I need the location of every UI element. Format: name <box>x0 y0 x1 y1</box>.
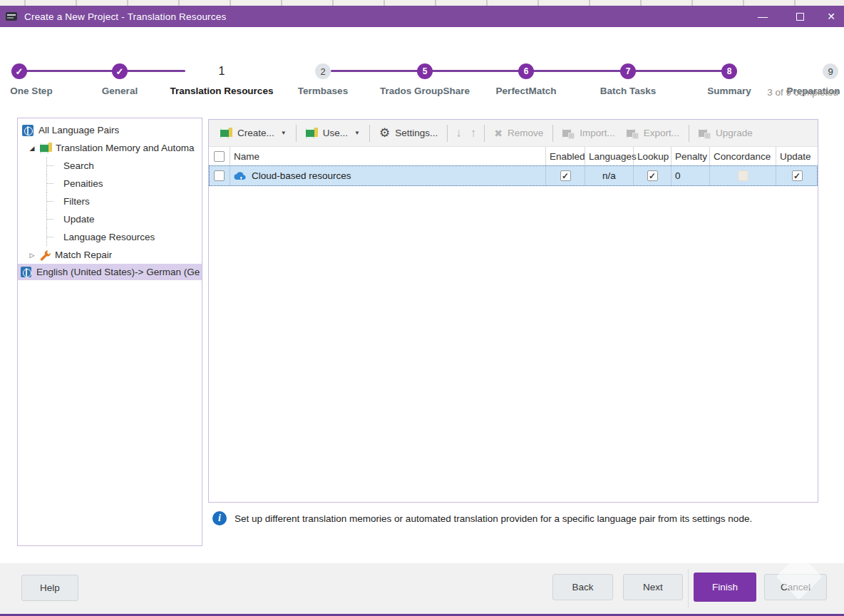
step-label-trados-groupshare[interactable]: Trados GroupShare <box>380 86 470 96</box>
maximize-button[interactable] <box>781 6 818 27</box>
app-icon <box>6 12 17 21</box>
wrench-icon <box>40 250 51 261</box>
window-controls: — ✕ <box>744 6 844 27</box>
tree-guide <box>46 175 59 192</box>
use-button[interactable]: Use... ▼ <box>300 124 366 143</box>
tree-item-update[interactable]: Update <box>18 210 202 228</box>
enabled-checkbox-checked[interactable]: ✓ <box>560 170 571 181</box>
tree-guide <box>46 210 59 228</box>
expander-expanded-icon[interactable]: ◢ <box>28 145 36 152</box>
remove-button[interactable]: ✖ Remove <box>488 124 549 143</box>
step-connector <box>120 70 185 72</box>
column-header-enabled[interactable]: Enabled <box>546 147 585 165</box>
row-enabled-cell: ✓ <box>546 165 585 186</box>
move-up-button[interactable]: ↑ <box>466 126 481 140</box>
next-button[interactable]: Next <box>623 574 683 600</box>
export-icon <box>627 128 639 139</box>
settings-tree[interactable]: All Language Pairs ◢ Translation Memory … <box>17 118 202 546</box>
toolbar-separator <box>296 125 297 142</box>
step-1-indicator[interactable]: ✓ <box>11 63 27 79</box>
step-label-termbases[interactable]: Termbases <box>298 86 348 96</box>
row-checkbox[interactable] <box>214 170 225 181</box>
minimize-button[interactable]: — <box>744 6 781 27</box>
column-header-update[interactable]: Update <box>776 147 818 165</box>
step-label-general[interactable]: General <box>102 86 138 96</box>
back-button[interactable]: Back <box>552 574 613 600</box>
step-3-indicator[interactable]: 1 <box>214 63 230 79</box>
cloud-icon <box>234 171 247 180</box>
resources-toolbar: Create... ▼ Use... ▼ ⚙ Settings... ↓ ↑ ✖… <box>209 120 818 147</box>
toolbar-separator <box>689 125 689 142</box>
close-icon: ✕ <box>827 11 835 22</box>
translation-memory-icon <box>40 143 52 154</box>
step-connector <box>19 70 120 72</box>
help-button[interactable]: Help <box>21 575 78 601</box>
create-project-wizard-window: Create a New Project - Translation Resou… <box>0 0 844 616</box>
step-2-indicator[interactable]: ✓ <box>112 63 128 79</box>
gear-icon: ⚙ <box>379 127 390 139</box>
chevron-down-icon[interactable]: ▼ <box>281 130 287 136</box>
tree-guide <box>46 157 59 175</box>
toolbar-separator <box>447 125 448 142</box>
upgrade-button[interactable]: Upgrade <box>693 124 758 143</box>
lookup-checkbox-checked[interactable]: ✓ <box>647 170 658 181</box>
move-down-button[interactable]: ↓ <box>451 126 466 140</box>
upgrade-icon <box>699 128 711 139</box>
create-button[interactable]: Create... ▼ <box>215 124 292 143</box>
create-tm-icon <box>220 128 232 139</box>
column-header-penalty[interactable]: Penalty <box>671 147 710 165</box>
language-pairs-icon <box>22 125 34 136</box>
close-button[interactable]: ✕ <box>818 6 844 27</box>
info-row: i Set up different translation memories … <box>212 511 825 525</box>
row-name-cell[interactable]: Cloud-based resources <box>230 165 546 186</box>
settings-button[interactable]: ⚙ Settings... <box>374 123 443 143</box>
tree-item-translation-memory[interactable]: ◢ Translation Memory and Automa <box>18 139 202 157</box>
step-5-indicator[interactable]: 5 <box>417 63 433 79</box>
step-9-indicator[interactable]: 9 <box>823 63 838 79</box>
step-8-indicator[interactable]: 8 <box>721 63 737 79</box>
concordance-checkbox-disabled <box>738 170 748 181</box>
translation-resources-panel: Create... ▼ Use... ▼ ⚙ Settings... ↓ ↑ ✖… <box>208 119 818 503</box>
remove-x-icon: ✖ <box>494 128 503 139</box>
tree-item-filters[interactable]: Filters <box>18 192 202 210</box>
column-header-languages[interactable]: Languages <box>585 147 634 165</box>
row-concordance-cell <box>710 165 776 186</box>
import-button[interactable]: Import... <box>557 124 621 143</box>
step-label-one-step[interactable]: One Step <box>10 86 52 96</box>
table-row-cloud-based-resources[interactable]: Cloud-based resources ✓ n/a ✓ 0 ✓ <box>209 165 818 186</box>
step-4-indicator[interactable]: 2 <box>315 63 331 79</box>
footer-bar: Help Back Next Finish Cancel <box>0 563 844 614</box>
table-header: Name Enabled Languages Lookup Penalty Co… <box>209 147 818 165</box>
expander-collapsed-icon[interactable]: ▷ <box>28 252 36 259</box>
footer-divider <box>688 569 689 608</box>
column-header-lookup[interactable]: Lookup <box>634 147 671 165</box>
column-header-concordance[interactable]: Concordance <box>710 147 776 165</box>
row-select-cell <box>209 165 230 186</box>
step-label-batch-tasks[interactable]: Batch Tasks <box>600 86 657 96</box>
select-all-cell <box>209 147 230 165</box>
tree-guide <box>46 192 59 210</box>
tree-item-match-repair[interactable]: ▷ Match Repair <box>18 246 202 264</box>
step-label-perfectmatch[interactable]: PerfectMatch <box>496 86 557 96</box>
language-pair-icon <box>21 267 31 277</box>
finish-button[interactable]: Finish <box>694 573 756 602</box>
column-header-name[interactable]: Name <box>230 147 546 165</box>
check-icon: ✓ <box>116 66 124 77</box>
tree-item-all-language-pairs[interactable]: All Language Pairs <box>18 121 202 139</box>
tree-item-language-pair-en-de[interactable]: English (United States)-> German (Ge <box>18 264 202 280</box>
step-6-indicator[interactable]: 6 <box>518 63 534 79</box>
titlebar[interactable]: Create a New Project - Translation Resou… <box>0 6 844 27</box>
window-title: Create a New Project - Translation Resou… <box>24 11 226 22</box>
select-all-checkbox[interactable] <box>214 151 225 162</box>
step-7-indicator[interactable]: 7 <box>620 63 636 79</box>
tree-item-penalties[interactable]: Penaities <box>18 175 202 192</box>
update-checkbox-checked[interactable]: ✓ <box>792 170 803 181</box>
export-button[interactable]: Export... <box>621 124 685 143</box>
tree-item-search[interactable]: Search <box>18 157 202 175</box>
step-label-summary[interactable]: Summary <box>707 86 751 96</box>
chevron-down-icon[interactable]: ▼ <box>354 130 360 136</box>
row-penalty-cell[interactable]: 0 <box>671 165 710 186</box>
check-icon: ✓ <box>16 66 24 77</box>
tree-item-language-resources[interactable]: Language Resources <box>18 228 202 246</box>
step-label-translation-resources[interactable]: Translation Resources <box>170 86 274 96</box>
